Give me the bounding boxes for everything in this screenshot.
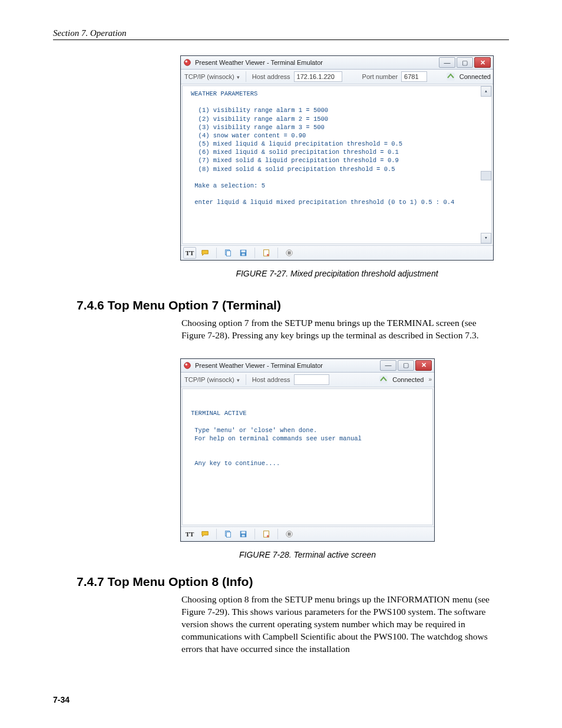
pause-icon[interactable] (283, 528, 296, 540)
svg-point-23 (286, 531, 293, 538)
save-icon[interactable] (237, 528, 250, 540)
svg-point-1 (186, 61, 188, 63)
svg-rect-24 (288, 532, 289, 535)
host-address-input[interactable] (294, 374, 329, 385)
section-7-4-7-paragraph: Choosing option 8 from the SETUP menu br… (181, 594, 500, 655)
host-address-label: Host address (251, 376, 292, 383)
connection-type-dropdown[interactable]: TCP/IP (winsock) (183, 376, 241, 383)
maximize-button[interactable]: ▢ (398, 360, 414, 371)
terminal-emulator-window-1: Present Weather Viewer - Terminal Emulat… (180, 55, 494, 261)
toolbar-separator (277, 248, 278, 258)
text-mode-button[interactable]: TT (183, 528, 196, 540)
scroll-down-button[interactable]: ▾ (481, 233, 491, 243)
connection-status-text: Connected (392, 376, 424, 383)
window-title: Present Weather Viewer - Terminal Emulat… (195, 59, 438, 66)
svg-point-10 (286, 250, 293, 256)
svg-rect-20 (242, 535, 244, 537)
titlebar: Present Weather Viewer - Terminal Emulat… (181, 359, 434, 373)
svg-rect-11 (288, 251, 289, 254)
app-icon (183, 58, 191, 67)
bottom-toolbar: TT (181, 245, 493, 260)
toolbar-overflow-icon[interactable]: » (426, 376, 432, 383)
host-address-input[interactable]: 172.16.1.220 (294, 71, 342, 82)
page-number: 7-34 (53, 695, 70, 704)
chat-icon[interactable] (199, 247, 211, 259)
section-7-4-7-heading: 7.4.7 Top Menu Option 8 (Info) (77, 575, 509, 589)
connection-toolbar: TCP/IP (winsock) Host address 172.16.1.2… (181, 70, 493, 84)
figure-27-caption: FIGURE 7-27. Mixed precipitation thresho… (180, 269, 494, 278)
toolbar-separator (246, 374, 246, 385)
page-icon[interactable] (260, 247, 273, 259)
svg-point-0 (184, 60, 191, 66)
close-button[interactable]: ✕ (474, 57, 491, 68)
svg-point-13 (184, 363, 191, 369)
text-mode-button[interactable]: TT (183, 247, 196, 259)
svg-rect-7 (242, 253, 244, 256)
connection-status-icon (379, 375, 388, 384)
app-icon (183, 361, 191, 370)
toolbar-separator (254, 248, 255, 258)
toolbar-separator (246, 71, 246, 82)
svg-point-22 (267, 535, 269, 538)
section-7-4-6-paragraph: Choosing option 7 from the SETUP menu br… (181, 317, 500, 342)
terminal-output[interactable]: WEATHER PARAMETERS (1) visibility range … (182, 85, 492, 244)
save-icon[interactable] (237, 247, 250, 259)
figure-28-caption: FIGURE 7-28. Terminal active screen (180, 550, 435, 559)
minimize-button[interactable]: — (439, 57, 455, 68)
connection-type-dropdown[interactable]: TCP/IP (winsock) (183, 73, 241, 80)
running-header: Section 7. Operation (53, 28, 509, 40)
pause-icon[interactable] (283, 247, 296, 259)
maximize-button[interactable]: ▢ (457, 57, 473, 68)
svg-point-14 (186, 363, 188, 365)
svg-rect-25 (289, 532, 290, 535)
toolbar-separator (277, 529, 278, 539)
minimize-button[interactable]: — (380, 360, 396, 371)
page-icon[interactable] (260, 528, 273, 540)
terminal-output[interactable]: TERMINAL ACTIVE Type 'menu' or 'close' w… (182, 388, 433, 525)
chat-icon[interactable] (199, 528, 211, 540)
toolbar-separator (216, 529, 217, 539)
copy-icon[interactable] (222, 247, 234, 259)
connection-status-text: Connected (459, 73, 491, 80)
section-7-4-6-heading: 7.4.6 Top Menu Option 7 (Terminal) (77, 298, 509, 312)
copy-icon[interactable] (222, 528, 234, 540)
svg-rect-17 (226, 532, 230, 537)
titlebar: Present Weather Viewer - Terminal Emulat… (181, 56, 493, 70)
port-number-label: Port number (361, 73, 399, 80)
window-title: Present Weather Viewer - Terminal Emulat… (195, 362, 379, 369)
svg-rect-6 (242, 251, 246, 253)
connection-toolbar: TCP/IP (winsock) Host address Connected … (181, 373, 434, 387)
scroll-thumb[interactable] (481, 171, 491, 180)
scroll-up-button[interactable]: ▴ (481, 86, 491, 97)
svg-rect-19 (242, 532, 246, 534)
port-number-input[interactable]: 6781 (401, 71, 427, 82)
terminal-emulator-window-2: Present Weather Viewer - Terminal Emulat… (180, 358, 435, 542)
toolbar-separator (216, 248, 217, 258)
host-address-label: Host address (251, 73, 292, 80)
toolbar-separator (254, 529, 255, 539)
svg-point-9 (267, 254, 269, 256)
svg-rect-4 (226, 251, 230, 256)
close-button[interactable]: ✕ (415, 360, 432, 371)
connection-status-icon (447, 73, 455, 81)
svg-rect-12 (289, 251, 290, 254)
bottom-toolbar: TT (181, 526, 434, 541)
